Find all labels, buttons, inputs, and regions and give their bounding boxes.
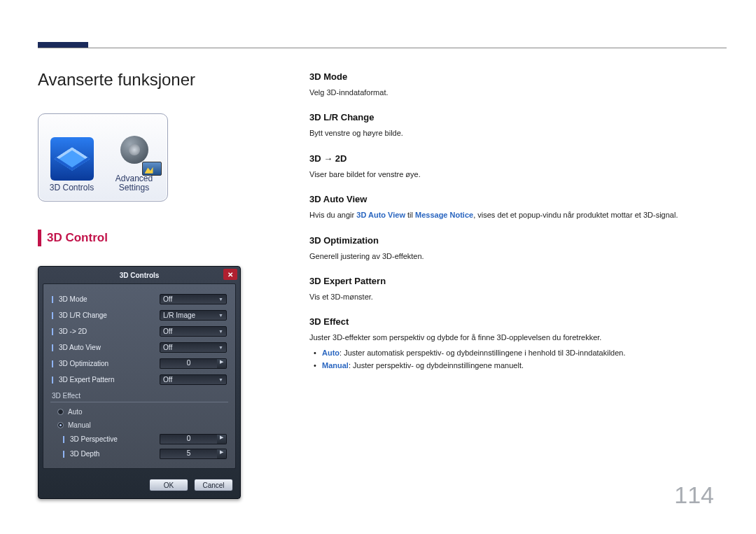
spin-depth[interactable]: 5▶	[160, 449, 227, 459]
bullet-manual: Manual: Juster perspektiv- og dybdeinnst…	[309, 360, 714, 371]
cancel-button[interactable]: Cancel	[194, 479, 233, 491]
desc-expert-pattern: Vis et 3D-mønster.	[309, 292, 714, 302]
row-optimization-label: 3D Optimization	[59, 360, 154, 367]
desc-3d-mode: Velg 3D-inndataformat.	[309, 87, 714, 98]
radio-icon	[57, 422, 64, 428]
heading-3d-effect: 3D Effect	[309, 316, 714, 327]
combo-lr-change[interactable]: L/R Image▼	[160, 310, 227, 321]
dialog-title: 3D Controls ✕	[38, 267, 240, 283]
header-accent	[38, 42, 88, 48]
heading-auto-view: 3D Auto View	[309, 194, 714, 204]
heading-optimization: 3D Optimization	[309, 235, 714, 246]
bullet-auto: Auto: Juster automatisk perspektiv- og d…	[309, 348, 714, 358]
row-3d-2d: 3D -> 2D Off▼	[50, 323, 228, 339]
spin-perspective[interactable]: 0▶	[160, 434, 227, 444]
picture-icon	[142, 162, 162, 176]
desc-3d-effect: Juster 3D-effekter som perspektiv og dyb…	[309, 332, 714, 343]
page-number: 114	[674, 482, 714, 509]
right-column: 3D Mode Velg 3D-inndataformat. 3D L/R Ch…	[309, 70, 714, 374]
combo-auto-view[interactable]: Off▼	[160, 342, 227, 353]
spin-optimization[interactable]: 0▶	[160, 358, 227, 369]
chevron-right-icon[interactable]: ▶	[217, 434, 227, 444]
row-3d-mode: 3D Mode Off▼	[50, 291, 228, 307]
row-expert-pattern: 3D Expert Pattern Off▼	[50, 372, 228, 388]
row-3d-2d-label: 3D -> 2D	[59, 328, 154, 335]
dialog-body: 3D Mode Off▼ 3D L/R Change L/R Image▼ 3D…	[43, 283, 236, 469]
radio-auto[interactable]: Auto	[50, 405, 228, 419]
row-perspective-label: 3D Perspective	[70, 435, 154, 443]
chevron-right-icon[interactable]: ▶	[217, 358, 227, 369]
row-lr-change: 3D L/R Change L/R Image▼	[50, 307, 228, 323]
row-auto-view: 3D Auto View Off▼	[50, 339, 228, 356]
combo-3d-2d[interactable]: Off▼	[160, 326, 227, 337]
tile-advanced-settings[interactable]: AdvancedSettings	[105, 118, 163, 197]
row-expert-pattern-label: 3D Expert Pattern	[59, 376, 154, 384]
group-3d-effect: 3D Effect	[50, 392, 228, 400]
tile-3d-controls-label: 3D Controls	[50, 183, 94, 192]
combo-3d-mode[interactable]: Off▼	[160, 294, 227, 304]
row-depth: 3D Depth 5▶	[50, 447, 228, 461]
combo-expert-pattern[interactable]: Off▼	[160, 374, 227, 385]
chevron-right-icon[interactable]: ▶	[217, 449, 227, 459]
dialog-3d-controls: 3D Controls ✕ 3D Mode Off▼ 3D L/R Change…	[38, 266, 241, 499]
left-column: Avanserte funksjoner 3D Controls Advance…	[38, 70, 251, 499]
desc-3d-2d: Viser bare bildet for venstre øye.	[309, 169, 714, 180]
heading-lr-change: 3D L/R Change	[309, 112, 714, 122]
chevron-down-icon: ▼	[218, 297, 223, 302]
chevron-down-icon: ▼	[218, 345, 223, 350]
icon-card: 3D Controls AdvancedSettings	[38, 113, 168, 202]
chevron-down-icon: ▼	[218, 377, 223, 382]
row-lr-change-label: 3D L/R Change	[59, 311, 154, 319]
heading-3d-mode: 3D Mode	[309, 71, 714, 82]
desc-lr-change: Bytt venstre og høyre bilde.	[309, 128, 714, 139]
desc-auto-view: Hvis du angir 3D Auto View til Message N…	[309, 210, 714, 220]
page-title: Avanserte funksjoner	[38, 70, 251, 90]
header-rule	[38, 48, 727, 48]
gear-icon	[113, 128, 156, 171]
ok-button[interactable]: OK	[149, 479, 188, 491]
radio-icon	[57, 409, 64, 415]
row-optimization: 3D Optimization 0▶	[50, 356, 228, 372]
row-depth-label: 3D Depth	[70, 450, 154, 458]
radio-manual[interactable]: Manual	[50, 419, 228, 432]
desc-optimization: Generell justering av 3D-effekten.	[309, 251, 714, 262]
tile-3d-controls[interactable]: 3D Controls	[43, 118, 101, 197]
row-perspective: 3D Perspective 0▶	[50, 432, 228, 447]
chevron-down-icon: ▼	[218, 313, 223, 318]
heading-3d-2d: 3D → 2D	[309, 153, 714, 164]
close-icon[interactable]: ✕	[223, 269, 237, 280]
dialog-footer: OK Cancel	[38, 473, 240, 498]
heading-expert-pattern: 3D Expert Pattern	[309, 276, 714, 286]
chevron-down-icon: ▼	[218, 329, 223, 334]
cube-icon	[50, 137, 94, 181]
section-heading-3d-control: 3D Control	[38, 230, 111, 246]
row-auto-view-label: 3D Auto View	[59, 344, 154, 351]
row-3d-mode-label: 3D Mode	[59, 295, 154, 303]
tile-advanced-label: AdvancedSettings	[115, 174, 153, 192]
